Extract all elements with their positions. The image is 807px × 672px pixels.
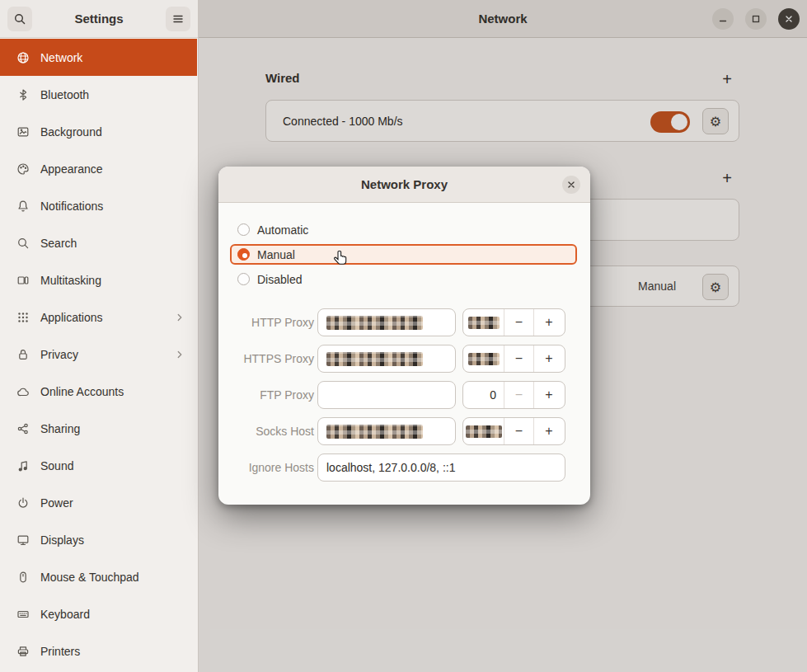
socks-host-label: Socks Host [218,417,314,445]
http-proxy-label: HTTP Proxy [218,308,314,336]
ftp-proxy-port-spinner: 0 − + [462,381,565,409]
https-proxy-host-input[interactable] [317,345,456,373]
http-port-value[interactable] [463,309,504,336]
dialog-body: Automatic Manual Disabled HTTP Proxy − +… [218,203,590,505]
option-label: Disabled [257,273,302,286]
sidebar-header: Settings [0,0,198,38]
sidebar-item-label: Power [40,496,73,510]
ftp-port-increment-button[interactable]: + [534,382,564,408]
dialog-header: Network Proxy [218,167,590,203]
socks-port-increment-button[interactable]: + [534,418,564,444]
sidebar-item-bluetooth[interactable]: Bluetooth [0,76,197,113]
sidebar-item-network[interactable]: Network [0,39,197,76]
sidebar-item-applications[interactable]: Applications [0,298,197,336]
sidebar-item-label: Background [40,125,102,139]
sidebar-item-label: Appearance [40,162,103,176]
option-label: Manual [257,248,295,261]
cursor-pointer [331,249,350,267]
sidebar-item-label: Printers [40,645,80,658]
chevron-right-icon [174,349,185,360]
https-proxy-port-spinner: − + [462,345,565,373]
sidebar-item-label: Notifications [40,200,103,213]
https-port-decrement-button[interactable]: − [504,345,534,372]
search-button[interactable] [7,7,32,31]
sidebar-item-printers[interactable]: Printers [0,632,197,670]
sidebar-item-search[interactable]: Search [0,224,197,261]
sidebar-item-label: Displays [40,533,84,547]
sidebar-item-mouse-touchpad[interactable]: Mouse & Touchpad [0,558,197,595]
sidebar-item-label: Sound [40,459,73,472]
dialog-title: Network Proxy [218,167,590,203]
search-icon [16,237,30,250]
bluetooth-icon [16,88,30,101]
dialog-close-button[interactable] [562,176,580,194]
proxy-option-disabled[interactable]: Disabled [230,269,577,289]
ignore-hosts-input[interactable] [317,453,565,482]
socks-port-value[interactable] [463,418,504,444]
socks-port-decrement-button[interactable]: − [504,418,534,444]
option-label: Automatic [257,223,308,237]
background-icon [16,125,30,139]
sidebar-item-sharing[interactable]: Sharing [0,410,197,447]
sidebar-item-keyboard[interactable]: Keyboard [0,595,197,632]
hamburger-icon [171,12,185,26]
radio-automatic[interactable] [237,223,250,236]
sidebar-item-label: Online Accounts [40,385,124,398]
sidebar-item-sound[interactable]: Sound [0,447,197,484]
mouse-icon [16,571,30,584]
ftp-proxy-host-input[interactable] [317,381,456,409]
http-port-decrement-button[interactable]: − [504,309,534,336]
app-grid-icon [16,311,30,324]
https-port-increment-button[interactable]: + [534,345,564,372]
redacted-value [466,425,502,438]
sidebar-item-appearance[interactable]: Appearance [0,150,197,187]
sidebar-item-label: Multitasking [40,274,101,287]
ignore-hosts-label: Ignore Hosts [218,453,314,482]
socks-host-input[interactable] [317,417,456,445]
radio-disabled[interactable] [237,273,250,285]
sidebar-nav: Network Bluetooth Background Appearance … [0,39,197,670]
sidebar-item-label: Privacy [40,348,78,361]
sidebar-item-label: Mouse & Touchpad [40,571,139,584]
close-icon [565,179,577,190]
lock-icon [16,348,30,361]
redacted-value [468,317,500,329]
ftp-proxy-label: FTP Proxy [218,381,314,409]
redacted-value [326,316,423,330]
printer-icon [16,645,30,658]
https-port-value[interactable] [463,345,504,372]
monitor-icon [16,533,30,547]
power-icon [16,496,30,510]
socks-port-spinner: − + [462,417,565,445]
sidebar-item-online-accounts[interactable]: Online Accounts [0,373,197,410]
sidebar-item-notifications[interactable]: Notifications [0,187,197,224]
cloud-icon [16,385,30,398]
sidebar-item-label: Applications [40,311,103,324]
sidebar-item-displays[interactable]: Displays [0,521,197,558]
http-port-increment-button[interactable]: + [534,309,564,336]
bell-icon [16,200,30,213]
sidebar-item-power[interactable]: Power [0,484,197,521]
menu-button[interactable] [166,7,190,31]
http-proxy-port-spinner: − + [462,308,565,336]
redacted-value [326,352,423,366]
redacted-value [326,425,423,439]
network-proxy-dialog: Network Proxy Automatic Manual Disabled … [218,167,590,505]
proxy-option-manual[interactable]: Manual [230,244,577,265]
sidebar-item-background[interactable]: Background [0,113,197,150]
sidebar-item-label: Keyboard [40,608,90,621]
multitasking-icon [16,274,30,287]
settings-window: Settings Network Bluetooth Background [0,0,807,672]
share-icon [16,422,30,435]
chevron-right-icon [174,312,185,323]
http-proxy-host-input[interactable] [317,308,456,336]
sidebar: Settings Network Bluetooth Background [0,0,199,672]
radio-manual[interactable] [237,248,250,261]
ftp-port-value[interactable]: 0 [463,382,504,408]
sidebar-item-multitasking[interactable]: Multitasking [0,261,197,298]
ftp-port-decrement-button[interactable]: − [504,382,534,408]
network-icon [16,51,30,64]
music-note-icon [16,459,30,472]
sidebar-item-privacy[interactable]: Privacy [0,336,197,373]
proxy-option-automatic[interactable]: Automatic [230,219,577,240]
